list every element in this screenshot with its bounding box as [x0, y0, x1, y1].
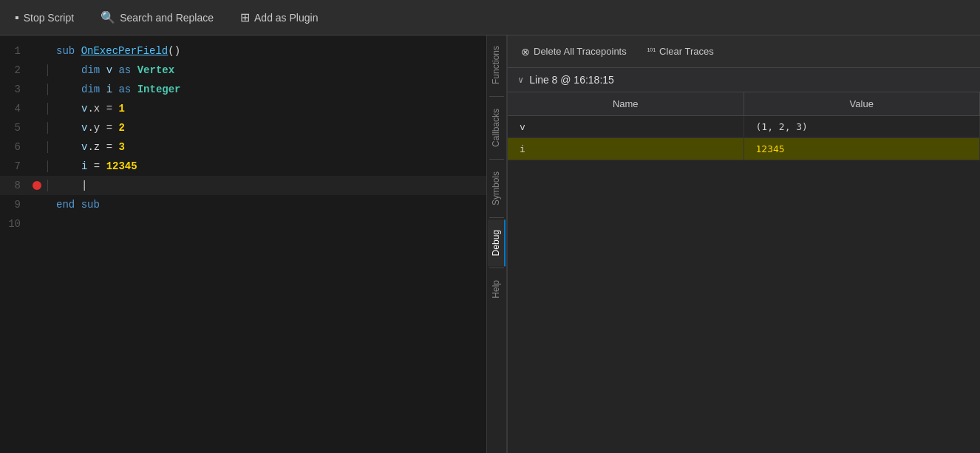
trace-title: Line 8 @ 16:18:15 [529, 74, 614, 86]
code-line: 1sub OnExecPerField() [0, 41, 486, 61]
main-area: 1sub OnExecPerField()2│ dim v as Vertex3… [0, 35, 980, 453]
table-cell-value-0: (1, 2, 3) [744, 116, 981, 137]
delete-tracepoints-button[interactable]: ⊗ Delete All Tracepoints [517, 44, 631, 60]
code-content: | [56, 176, 87, 195]
indent-pipe: │ [44, 157, 50, 176]
debug-toolbar: ⊗ Delete All Tracepoints ¹⁰¹ Clear Trace… [508, 35, 980, 68]
line-number: 10 [0, 214, 30, 234]
code-line: 2│ dim v as Vertex [0, 61, 486, 80]
code-line: 6│ v.z = 3 [0, 137, 486, 157]
code-editor[interactable]: 1sub OnExecPerField()2│ dim v as Vertex3… [0, 35, 486, 453]
line-number: 1 [0, 41, 30, 61]
search-icon: 🔍 [101, 10, 115, 24]
stop-icon: ▪ [15, 11, 19, 24]
table-row: i 12345 [508, 138, 980, 160]
sidebar-tab-help[interactable]: Help [488, 270, 506, 309]
sidebar-tabs: Functions Callbacks Symbols Debug Help [486, 35, 507, 453]
line-number: 4 [0, 99, 30, 118]
line-number: 9 [0, 195, 30, 214]
stop-script-button[interactable]: ▪ Stop Script [9, 8, 80, 27]
code-line: 10 [0, 214, 486, 234]
clear-traces-icon: ¹⁰¹ [647, 47, 656, 56]
code-content: v.y = 2 [56, 118, 124, 137]
code-line: 5│ v.y = 2 [0, 118, 486, 137]
sidebar-tab-callbacks[interactable]: Callbacks [488, 98, 506, 157]
trace-chevron: ∨ [518, 75, 523, 86]
code-content: sub OnExecPerField() [56, 41, 180, 61]
code-content: dim v as Vertex [56, 61, 174, 80]
indent-pipe: │ [44, 176, 50, 195]
stop-script-label: Stop Script [24, 12, 74, 24]
table-cell-name-0: v [508, 116, 744, 137]
sidebar-tab-symbols[interactable]: Symbols [488, 161, 506, 216]
debug-content: ∨ Line 8 @ 16:18:15 Name Value v (1, 2, … [508, 68, 980, 453]
indent-pipe: │ [44, 61, 50, 80]
search-replace-button[interactable]: 🔍 Search and Replace [95, 7, 220, 27]
plugin-icon: ⊞ [240, 10, 250, 24]
code-line: 4│ v.x = 1 [0, 99, 486, 118]
table-cell-value-1: 12345 [744, 138, 981, 160]
table-cell-name-1: i [508, 138, 744, 160]
tab-divider-1 [489, 96, 504, 97]
delete-tracepoints-icon: ⊗ [521, 46, 530, 58]
main-toolbar: ▪ Stop Script 🔍 Search and Replace ⊞ Add… [0, 0, 980, 35]
tab-divider-2 [489, 159, 504, 160]
table-header-name: Name [508, 92, 744, 115]
debug-table: Name Value v (1, 2, 3) i 12345 [508, 92, 980, 453]
table-header-value: Value [744, 92, 981, 115]
line-number: 7 [0, 157, 30, 176]
code-line: 7│ i = 12345 [0, 157, 486, 176]
indent-pipe: │ [44, 137, 50, 157]
clear-traces-label: Clear Traces [659, 46, 714, 57]
breakpoint-indicator [33, 181, 41, 190]
line-number: 5 [0, 118, 30, 137]
trace-header[interactable]: ∨ Line 8 @ 16:18:15 [508, 68, 980, 92]
add-plugin-label: Add as Plugin [254, 12, 318, 24]
line-gutter[interactable] [30, 181, 44, 190]
line-number: 6 [0, 137, 30, 157]
code-line: 8│ | [0, 176, 486, 195]
indent-pipe: │ [44, 99, 50, 118]
debug-panel: ⊗ Delete All Tracepoints ¹⁰¹ Clear Trace… [507, 35, 980, 453]
table-header: Name Value [508, 92, 980, 116]
code-line: 3│ dim i as Integer [0, 80, 486, 99]
sidebar-tab-functions[interactable]: Functions [488, 35, 506, 95]
delete-tracepoints-label: Delete All Tracepoints [534, 46, 627, 57]
table-row: v (1, 2, 3) [508, 116, 980, 138]
add-plugin-button[interactable]: ⊞ Add as Plugin [234, 7, 324, 27]
line-number: 2 [0, 61, 30, 80]
code-content: i = 12345 [56, 157, 137, 176]
line-number: 8 [0, 176, 30, 195]
sidebar-tab-debug[interactable]: Debug [488, 219, 506, 266]
indent-pipe: │ [44, 80, 50, 99]
clear-traces-button[interactable]: ¹⁰¹ Clear Traces [643, 44, 718, 59]
code-content: v.z = 3 [56, 137, 124, 157]
tab-divider-3 [489, 217, 504, 218]
code-content: dim i as Integer [56, 80, 180, 99]
indent-pipe: │ [44, 118, 50, 137]
line-number: 3 [0, 80, 30, 99]
search-replace-label: Search and Replace [120, 12, 214, 24]
tab-divider-4 [489, 268, 504, 268]
code-line: 9end sub [0, 195, 486, 214]
code-content: v.x = 1 [56, 99, 124, 118]
code-lines: 1sub OnExecPerField()2│ dim v as Vertex3… [0, 35, 486, 239]
code-content: end sub [56, 195, 100, 214]
